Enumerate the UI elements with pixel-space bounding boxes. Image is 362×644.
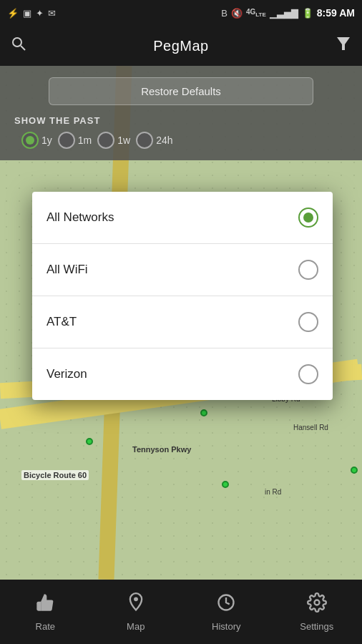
road-label-hansell: Hansell Rd bbox=[293, 424, 328, 431]
bluetooth-icon: B bbox=[221, 8, 228, 19]
road-label-in: in Rd bbox=[265, 488, 281, 496]
restore-defaults-button[interactable]: Restore Defaults bbox=[49, 77, 313, 105]
radio-label-1m: 1m bbox=[78, 135, 92, 146]
road-label-tennyson: Tennyson Pkwy bbox=[132, 445, 191, 454]
radio-att[interactable] bbox=[298, 312, 318, 332]
radio-label-1w: 1w bbox=[117, 135, 130, 146]
map-dot-4 bbox=[351, 467, 358, 474]
show-past-label: SHOW THE PAST bbox=[14, 115, 348, 126]
nav-item-settings[interactable]: Settings bbox=[272, 580, 363, 644]
usb-icon: ⚡ bbox=[7, 8, 19, 19]
radio-24h[interactable] bbox=[136, 132, 153, 149]
time-option-1m[interactable]: 1m bbox=[58, 132, 92, 149]
radio-all-wifi[interactable] bbox=[298, 260, 318, 280]
network-item-att[interactable]: AT&T bbox=[32, 296, 333, 348]
dropbox-icon: ✦ bbox=[36, 8, 44, 19]
network-label-verizon: Verizon bbox=[47, 367, 87, 381]
network-item-verizon[interactable]: Verizon bbox=[32, 348, 333, 400]
rate-icon bbox=[35, 592, 55, 618]
radio-1y[interactable] bbox=[21, 132, 39, 149]
battery-icon: 🔋 bbox=[302, 8, 313, 19]
network-label-all-wifi: All WiFi bbox=[47, 263, 88, 277]
network-label-all-networks: All Networks bbox=[47, 210, 114, 225]
search-icon[interactable] bbox=[10, 35, 27, 57]
settings-panel: Restore Defaults SHOW THE PAST 1y 1m 1w … bbox=[0, 66, 362, 160]
radio-all-networks[interactable] bbox=[298, 208, 318, 228]
image-icon: ▣ bbox=[23, 8, 31, 19]
svg-point-5 bbox=[314, 600, 319, 605]
svg-point-3 bbox=[134, 597, 138, 601]
nav-label-rate: Rate bbox=[36, 621, 55, 632]
radio-1w[interactable] bbox=[97, 132, 114, 149]
svg-point-0 bbox=[13, 38, 21, 47]
mail-icon: ✉ bbox=[48, 8, 56, 19]
status-time: 8:59 AM bbox=[317, 7, 355, 19]
svg-line-1 bbox=[21, 46, 25, 50]
lte-icon: 4GLTE bbox=[246, 8, 266, 18]
bottom-nav: Rate Map History Settings bbox=[0, 580, 362, 644]
mute-icon: 🔇 bbox=[231, 8, 243, 19]
radio-label-24h: 24h bbox=[156, 135, 172, 146]
network-item-all-wifi[interactable]: All WiFi bbox=[32, 244, 333, 296]
history-icon bbox=[216, 592, 236, 618]
nav-item-map[interactable]: Map bbox=[91, 580, 182, 644]
app-bar: PegMap bbox=[0, 26, 362, 66]
filter-icon[interactable] bbox=[335, 35, 352, 57]
status-icons-left: ⚡ ▣ ✦ ✉ bbox=[7, 8, 56, 19]
time-option-1w[interactable]: 1w bbox=[97, 132, 130, 149]
nav-item-rate[interactable]: Rate bbox=[0, 580, 91, 644]
app-title: PegMap bbox=[27, 38, 335, 54]
radio-verizon[interactable] bbox=[298, 364, 318, 384]
status-bar: ⚡ ▣ ✦ ✉ B 🔇 4GLTE ▁▃▅▇ 🔋 8:59 AM bbox=[0, 0, 362, 26]
map-icon bbox=[126, 592, 146, 618]
road-label-bicycle: Bicycle Route 60 bbox=[21, 470, 89, 480]
radio-label-1y: 1y bbox=[41, 135, 52, 146]
nav-label-settings: Settings bbox=[300, 621, 333, 632]
svg-marker-2 bbox=[337, 37, 350, 50]
settings-icon bbox=[307, 592, 327, 618]
nav-item-history[interactable]: History bbox=[181, 580, 272, 644]
time-option-24h[interactable]: 24h bbox=[136, 132, 172, 149]
time-options-row: 1y 1m 1w 24h bbox=[21, 132, 348, 149]
network-item-all-networks[interactable]: All Networks bbox=[32, 192, 333, 244]
time-option-1y[interactable]: 1y bbox=[21, 132, 52, 149]
map-dot-2 bbox=[200, 409, 207, 416]
map-dot-5 bbox=[222, 481, 229, 488]
status-icons-right: B 🔇 4GLTE ▁▃▅▇ 🔋 8:59 AM bbox=[221, 7, 355, 19]
signal-icon: ▁▃▅▇ bbox=[270, 8, 298, 19]
network-label-att: AT&T bbox=[47, 315, 77, 329]
network-dialog: All Networks All WiFi AT&T Verizon bbox=[32, 192, 333, 400]
map-dot-3 bbox=[86, 438, 93, 445]
radio-1m[interactable] bbox=[58, 132, 75, 149]
nav-label-map: Map bbox=[127, 621, 145, 632]
nav-label-history: History bbox=[212, 621, 240, 632]
